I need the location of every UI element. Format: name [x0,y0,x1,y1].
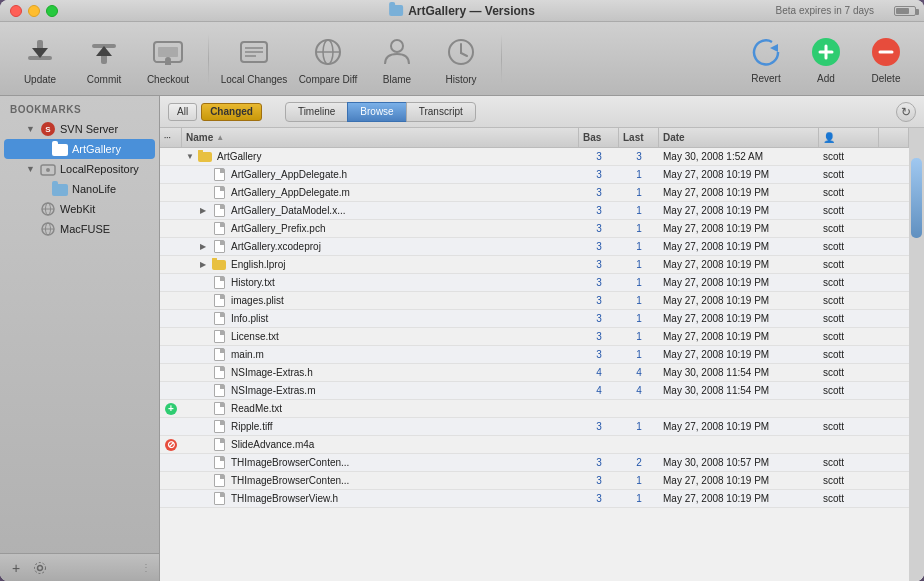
beta-notice: Beta expires in 7 days [776,5,874,16]
date-cell: May 27, 2008 10:19 PM [659,475,819,486]
scrollbar-track[interactable] [909,128,924,581]
filter-all-button[interactable]: All [168,103,197,121]
settings-button[interactable] [30,558,50,578]
table-row[interactable]: ▶English.lproj31May 27, 2008 10:19 PMsco… [160,256,909,274]
col-header-last[interactable]: Last [619,128,659,147]
col-header-lock[interactable] [879,128,909,147]
disclosure-triangle[interactable]: ▼ [186,152,196,161]
minimize-button[interactable] [28,5,40,17]
file-name: ReadMe.txt [231,403,282,414]
sidebar-item-artgallery[interactable]: ArtGallery [4,139,155,159]
compare-diff-icon [309,33,347,71]
sidebar-item-svn-server[interactable]: ▼ S SVN Server [4,119,155,139]
table-row[interactable]: History.txt31May 27, 2008 10:19 PMscott [160,274,909,292]
close-button[interactable] [10,5,22,17]
sidebar-item-local-repo[interactable]: ▼ LocalRepository [4,159,155,179]
table-row[interactable]: ArtGallery_Prefix.pch31May 27, 2008 10:1… [160,220,909,238]
table-row[interactable]: THImageBrowserConten...31May 27, 2008 10… [160,472,909,490]
name-cell: History.txt [182,276,579,290]
disclosure-triangle[interactable]: ▶ [200,206,210,215]
scrollbar-thumb[interactable] [911,158,922,238]
tab-transcript[interactable]: Transcript [406,102,476,122]
last-cell: 2 [619,457,659,468]
add-bookmark-button[interactable]: + [6,558,26,578]
sidebar-item-nanolife[interactable]: NanoLife [4,179,155,199]
table-row[interactable]: ▶ArtGallery_DataModel.x...31May 27, 2008… [160,202,909,220]
table-row[interactable]: THImageBrowserView.h31May 27, 2008 10:19… [160,490,909,508]
base-cell: 3 [579,223,619,234]
table-row[interactable]: main.m31May 27, 2008 10:19 PMscott [160,346,909,364]
gear-icon [33,561,47,575]
compare-diff-button[interactable]: Compare Diff [293,27,363,91]
last-cell: 1 [619,223,659,234]
table-row[interactable]: NSImage-Extras.m44May 30, 2008 11:54 PMs… [160,382,909,400]
update-button[interactable]: Update [10,27,70,91]
file-icon [212,222,226,236]
tab-browse[interactable]: Browse [347,102,406,122]
tab-timeline[interactable]: Timeline [285,102,348,122]
name-cell: ReadMe.txt [182,402,579,416]
add-status-icon: + [165,403,177,415]
file-area: All Changed Timeline Browse Transcript ↻ [160,96,924,581]
local-changes-button[interactable]: Local Changes [219,27,289,91]
commit-button[interactable]: Commit [74,27,134,91]
svg-point-8 [165,57,171,63]
name-cell: images.plist [182,294,579,308]
date-cell: May 27, 2008 10:19 PM [659,169,819,180]
table-row[interactable]: ▶ArtGallery.xcodeproj31May 27, 2008 10:1… [160,238,909,256]
file-icon [212,474,226,488]
resize-handle[interactable]: ⋮ [139,561,153,575]
table-row[interactable]: ArtGallery_AppDelegate.m31May 27, 2008 1… [160,184,909,202]
name-cell: ▶English.lproj [182,258,579,272]
battery-fill [896,8,909,14]
last-cell: 1 [619,349,659,360]
last-cell: 1 [619,295,659,306]
sidebar: BOOKMARKS ▼ S SVN Server ArtGallery ▼ [0,96,160,581]
svg-point-36 [35,562,46,573]
table-row[interactable]: +ReadMe.txt [160,400,909,418]
sidebar-item-webkit[interactable]: WebKit [4,199,155,219]
file-table: ··· Name ▲ Bas Last Date [160,128,909,581]
table-row[interactable]: ArtGallery_AppDelegate.h31May 27, 2008 1… [160,166,909,184]
webkit-icon [40,201,56,217]
col-header-base[interactable]: Bas [579,128,619,147]
maximize-button[interactable] [46,5,58,17]
table-row[interactable]: THImageBrowserConten...32May 30, 2008 10… [160,454,909,472]
author-cell: scott [819,385,879,396]
table-row[interactable]: Info.plist31May 27, 2008 10:19 PMscott [160,310,909,328]
table-row[interactable]: Ripple.tiff31May 27, 2008 10:19 PMscott [160,418,909,436]
local-repo-icon [40,161,56,177]
add-button[interactable]: Add [798,27,854,91]
last-cell: 1 [619,259,659,270]
file-icon [212,168,226,182]
table-row[interactable]: NSImage-Extras.h44May 30, 2008 11:54 PMs… [160,364,909,382]
revert-button[interactable]: Revert [738,27,794,91]
disclosure-triangle[interactable]: ▶ [200,242,210,251]
filter-changed-button[interactable]: Changed [201,103,262,121]
table-row[interactable]: License.txt31May 27, 2008 10:19 PMscott [160,328,909,346]
checkout-button[interactable]: Checkout [138,27,198,91]
blame-button[interactable]: Blame [367,27,427,91]
file-icon [212,330,226,344]
disclosure-triangle[interactable]: ▶ [200,260,210,269]
col-header-date[interactable]: Date [659,128,819,147]
base-cell: 3 [579,205,619,216]
table-row[interactable]: images.plist31May 27, 2008 10:19 PMscott [160,292,909,310]
svn-server-icon: S [40,121,56,137]
last-cell: 1 [619,313,659,324]
table-row[interactable]: ⊘SlideAdvance.m4a [160,436,909,454]
history-icon [442,33,480,71]
macfuse-label: MacFUSE [60,223,110,235]
file-name: SlideAdvance.m4a [231,439,314,450]
last-cell: 3 [619,151,659,162]
delete-button[interactable]: Delete [858,27,914,91]
table-row[interactable]: ▼ArtGallery33May 30, 2008 1:52 AMscott [160,148,909,166]
col-header-author[interactable]: 👤 [819,128,879,147]
refresh-button[interactable]: ↻ [896,102,916,122]
local-changes-icon [235,33,273,71]
file-name: Info.plist [231,313,268,324]
sidebar-item-macfuse[interactable]: MacFUSE [4,219,155,239]
name-cell: THImageBrowserView.h [182,492,579,506]
col-header-name[interactable]: Name ▲ [182,128,579,147]
history-button[interactable]: History [431,27,491,91]
